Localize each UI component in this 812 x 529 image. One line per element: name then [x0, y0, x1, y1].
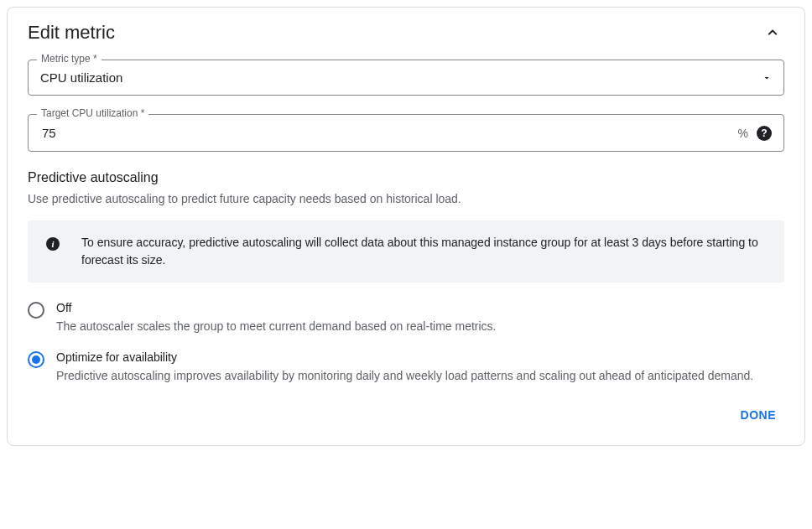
edit-metric-card: Edit metric Metric type * CPU utilizatio…: [7, 7, 805, 446]
help-icon[interactable]: ?: [757, 126, 772, 141]
radio-optimize-description: Predictive autoscaling improves availabi…: [56, 367, 753, 385]
target-cpu-field: Target CPU utilization * % ?: [28, 114, 784, 152]
metric-type-label: Metric type *: [37, 53, 102, 65]
info-icon-wrap: i: [43, 234, 60, 251]
radio-off-label: Off: [56, 301, 496, 314]
radio-icon: [28, 302, 44, 319]
metric-type-value: CPU utilization: [40, 70, 755, 85]
radio-option-off[interactable]: Off The autoscaler scales the group to m…: [28, 301, 784, 335]
done-button[interactable]: DONE: [732, 402, 784, 428]
metric-type-select[interactable]: Metric type * CPU utilization: [28, 60, 784, 96]
radio-content: Off The autoscaler scales the group to m…: [56, 301, 496, 335]
radio-content: Optimize for availability Predictive aut…: [56, 350, 753, 385]
collapse-button[interactable]: [761, 21, 784, 44]
target-cpu-input[interactable]: [40, 125, 731, 141]
chevron-up-icon: [764, 24, 781, 41]
radio-icon-selected: [28, 351, 44, 368]
info-icon: i: [46, 237, 60, 251]
header-row: Edit metric: [28, 21, 784, 44]
target-cpu-label: Target CPU utilization *: [37, 107, 148, 119]
page-title: Edit metric: [28, 22, 115, 44]
info-banner-text: To ensure accuracy, predictive autoscali…: [81, 234, 769, 269]
predictive-description: Use predictive autoscaling to predict fu…: [28, 192, 784, 205]
radio-off-description: The autoscaler scales the group to meet …: [56, 318, 496, 335]
predictive-title: Predictive autoscaling: [28, 170, 784, 185]
radio-inner-dot: [32, 355, 40, 364]
dropdown-arrow-icon: [762, 73, 772, 83]
radio-option-optimize[interactable]: Optimize for availability Predictive aut…: [28, 350, 784, 385]
info-banner: i To ensure accuracy, predictive autosca…: [28, 220, 784, 283]
actions-row: DONE: [28, 402, 784, 428]
target-cpu-suffix: %: [738, 127, 748, 140]
radio-optimize-label: Optimize for availability: [56, 350, 753, 364]
